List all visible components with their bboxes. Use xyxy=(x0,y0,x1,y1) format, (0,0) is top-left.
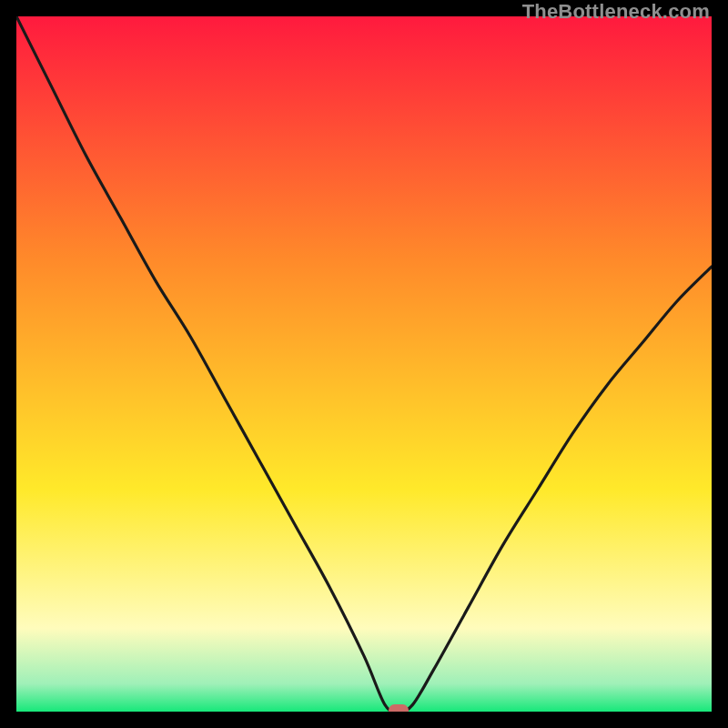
bottleneck-curve xyxy=(16,16,712,712)
chart-frame: TheBottleneck.com xyxy=(0,0,728,728)
optimal-point-marker xyxy=(389,704,409,712)
watermark-text: TheBottleneck.com xyxy=(522,0,710,24)
plot-area xyxy=(16,16,712,712)
